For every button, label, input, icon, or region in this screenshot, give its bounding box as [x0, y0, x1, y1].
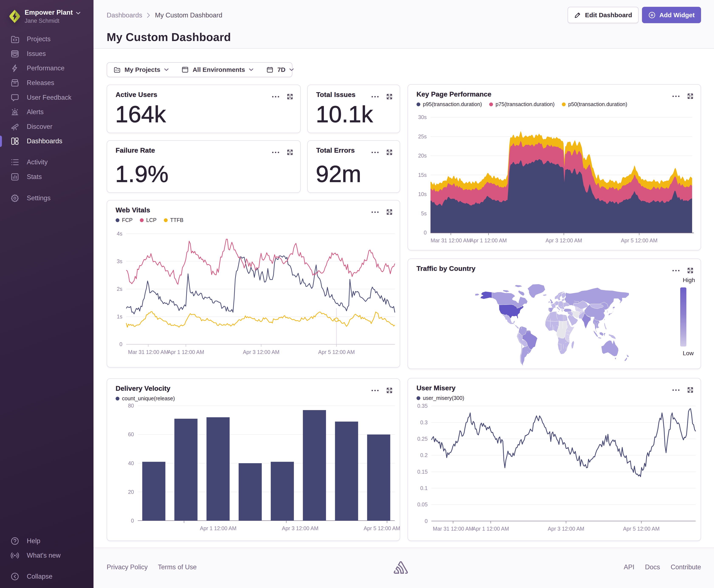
map-region-australia[interactable] [601, 340, 619, 356]
add-widget-button[interactable]: Add Widget [642, 7, 701, 23]
sidebar-item-discover[interactable]: Discover [0, 120, 93, 134]
map-region-philippines[interactable] [604, 322, 607, 330]
map-region-new-guinea[interactable] [609, 334, 616, 339]
main-content: Dashboards My Custom Dashboard My Custom… [93, 0, 714, 588]
map-region-korea[interactable] [607, 310, 608, 313]
footer-link-privacy-policy[interactable]: Privacy Policy [107, 563, 148, 571]
widget-menu-icon[interactable] [371, 151, 379, 154]
map-region-alaska[interactable] [480, 291, 492, 299]
expand-icon[interactable] [386, 93, 392, 100]
map-region-baltics[interactable] [562, 299, 564, 301]
project-filter[interactable]: My Projects [107, 63, 175, 77]
y-axis-label: 0 [120, 341, 123, 347]
sidebar-item-collapse[interactable]: Collapse [0, 569, 93, 584]
sidebar-item-label: Issues [27, 50, 46, 58]
x-axis-label: Mar 31 12:00 AM [128, 349, 168, 355]
widget-menu-icon[interactable] [371, 96, 379, 98]
issues-icon [10, 49, 20, 59]
sidebar: Empower Plant Jane Schmidt ProjectsIssue… [0, 0, 93, 588]
activity-icon [10, 158, 20, 167]
y-axis-label: 2s [117, 286, 123, 292]
sidebar-item-issues[interactable]: Issues [0, 46, 93, 61]
sidebar-item-activity[interactable]: Activity [0, 155, 93, 170]
widget-menu-icon[interactable] [272, 96, 280, 98]
series-line-user-misery-300- [431, 408, 695, 477]
footer-link-terms-of-use[interactable]: Terms of Use [158, 563, 197, 571]
y-axis-label: 0.05 [417, 502, 428, 507]
x-axis-label: Apr 1 12:00 AM [470, 237, 507, 244]
map-region-central-america[interactable] [513, 324, 519, 329]
sidebar-item-projects[interactable]: Projects [0, 32, 93, 46]
org-switcher[interactable]: Empower Plant Jane Schmidt [0, 0, 93, 24]
y-axis-label: 0 [424, 230, 427, 235]
sidebar-nav: ProjectsIssuesPerformanceReleasesUser Fe… [0, 32, 93, 206]
footer-link-api[interactable]: API [624, 563, 634, 571]
y-axis-label: 3s [117, 258, 123, 264]
map-region-turkey[interactable] [564, 309, 571, 312]
sidebar-item-user-feedback[interactable]: User Feedback [0, 90, 93, 105]
map-region-west-africa[interactable] [545, 321, 559, 332]
map-region-north-africa[interactable] [545, 311, 568, 321]
map-region-uk[interactable] [550, 299, 553, 303]
sidebar-item-help[interactable]: Help [0, 533, 93, 548]
x-axis-label: Mar 31 12:00 AM [431, 237, 471, 244]
widget-menu-icon[interactable] [272, 151, 280, 154]
footer-link-docs[interactable]: Docs [645, 563, 660, 571]
crosshair-marker [335, 318, 338, 322]
map-region-new-zealand[interactable] [624, 354, 629, 361]
expand-icon[interactable] [287, 93, 293, 100]
map-region-taiwan[interactable] [604, 319, 605, 320]
y-axis-label: 40 [128, 460, 134, 466]
chart-web-vitals: 01s2s3s4sMar 31 12:00 AMApr 1 12:00 AMAp… [107, 201, 400, 367]
widget-total-errors: Total Errors92m [307, 140, 400, 193]
sidebar-item-settings[interactable]: Settings [0, 191, 93, 206]
sidebar-item-label: Discover [27, 123, 52, 130]
chevron-down-icon [289, 68, 294, 71]
chart-delivery-velocity: 020406080Apr 1 12:00 AMApr 3 12:00 AMApr… [107, 379, 400, 541]
sidebar-item-stats[interactable]: Stats [0, 169, 93, 184]
map-region-indonesia[interactable] [593, 330, 606, 339]
sidebar-item-dashboards[interactable]: Dashboards [0, 134, 93, 149]
widget-web-vitals: Web VitalsFCPLCPTTFB01s2s3s4sMar 31 12:0… [107, 200, 400, 368]
edit-dashboard-button[interactable]: Edit Dashboard [568, 7, 639, 23]
expand-icon[interactable] [687, 268, 693, 274]
bar-2 [207, 417, 230, 521]
footer-link-contribute[interactable]: Contribute [671, 563, 701, 571]
org-user-name: Jane Schmidt [25, 18, 81, 24]
map-region-greenland[interactable] [528, 284, 545, 298]
expand-icon[interactable] [287, 149, 293, 155]
widget-traffic-by-country: Traffic by CountryHighLow [408, 258, 701, 369]
sidebar-item-label: Settings [27, 194, 50, 202]
environment-filter[interactable]: All Environments [175, 63, 260, 77]
widget-menu-icon[interactable] [672, 269, 680, 272]
y-axis-label: 15s [418, 172, 427, 178]
map-region-iberia[interactable] [548, 308, 554, 312]
widget-active-users: Active Users164k [107, 85, 301, 133]
map-region-chukotka[interactable] [475, 294, 479, 296]
map-region-madagascar[interactable] [571, 341, 575, 349]
discover-icon [10, 122, 20, 131]
map-region-japan[interactable] [608, 307, 615, 315]
map-region-tasmania[interactable] [615, 358, 616, 359]
breadcrumb-dashboards[interactable]: Dashboards [107, 12, 142, 19]
chevron-down-icon [249, 68, 254, 71]
map-region-ireland[interactable] [548, 301, 550, 303]
sidebar-item-alerts[interactable]: Alerts [0, 105, 93, 120]
pencil-icon [574, 12, 581, 19]
y-axis-label: 60 [128, 431, 134, 437]
date-range-filter[interactable]: 7D [260, 63, 300, 77]
y-axis-label: 0.2 [420, 452, 428, 458]
widget-title: Total Errors [316, 146, 355, 154]
bar-3 [239, 463, 262, 521]
widget-title: Traffic by Country [416, 265, 475, 273]
map-region-iceland[interactable] [543, 294, 547, 296]
sidebar-item-performance[interactable]: Performance [0, 61, 93, 76]
breadcrumb-chevron-icon [147, 13, 150, 18]
sidebar-item-releases[interactable]: Releases [0, 76, 93, 90]
sidebar-item-label: User Feedback [27, 94, 71, 101]
sidebar-item-what-s-new[interactable]: What's new [0, 548, 93, 563]
sentry-logo[interactable] [393, 561, 408, 574]
world-map-container [475, 283, 630, 368]
map-region-finland[interactable] [562, 292, 565, 298]
expand-icon[interactable] [386, 149, 392, 155]
